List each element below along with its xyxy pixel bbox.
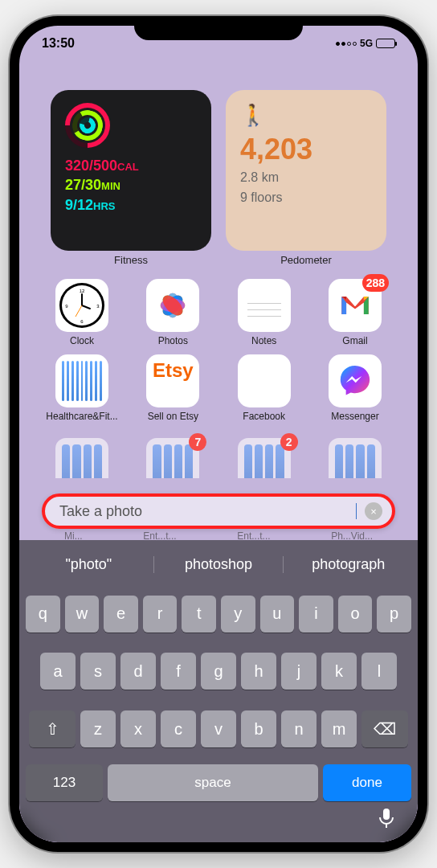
app-etsy[interactable]: Etsy Sell on Etsy	[133, 354, 213, 422]
screen: 13:50 5G 320/500CAL 27/30MIN	[19, 26, 418, 842]
folder-peek-1[interactable]	[42, 438, 122, 478]
svg-text:6: 6	[80, 319, 84, 324]
gmail-badge: 288	[362, 274, 389, 292]
peek-badge-1: 7	[189, 433, 206, 451]
status-right: 5G	[336, 38, 395, 49]
signal-dots-icon	[336, 42, 357, 46]
pedometer-widget-label: Pedometer	[280, 254, 332, 266]
svg-line-6	[76, 305, 82, 317]
key-e[interactable]: e	[104, 596, 138, 633]
key-u[interactable]: u	[260, 596, 295, 633]
key-g[interactable]: g	[201, 653, 236, 690]
fitness-cal: 320/500	[65, 158, 117, 174]
svg-text:3: 3	[96, 304, 100, 309]
pedometer-distance: 2.8 km	[240, 170, 372, 186]
etsy-icon: Etsy	[146, 354, 199, 407]
key-s[interactable]: s	[80, 653, 116, 690]
notch	[134, 16, 303, 40]
status-time: 13:50	[42, 36, 75, 51]
key-o[interactable]: o	[338, 596, 373, 633]
app-gmail[interactable]: 288 Gmail	[315, 279, 395, 346]
fitness-min: 27/30	[65, 177, 101, 193]
folder-peek-4[interactable]	[315, 438, 395, 478]
key-i[interactable]: i	[299, 596, 333, 633]
key-done[interactable]: done	[323, 764, 411, 801]
key-shift[interactable]: ⇧	[29, 710, 76, 747]
suggestion-bar: "photo" photoshop photograph	[24, 547, 413, 582]
svg-rect-15	[383, 809, 390, 820]
kb-row-3: ⇧ zxcvbnm ⌫	[26, 710, 411, 747]
app-messenger[interactable]: Messenger	[315, 354, 395, 422]
key-z[interactable]: z	[80, 710, 116, 747]
key-c[interactable]: c	[161, 710, 196, 747]
folder-healthcare[interactable]: Healthcare&Fit...	[42, 354, 122, 422]
clear-text-button[interactable]: ×	[365, 502, 382, 520]
key-more[interactable]: 123	[26, 764, 103, 801]
keyboard: "photo" photoshop photograph qwertyuiop …	[19, 540, 418, 842]
truncated-folder-labels: Mi... Ent...t... Ent...t... Ph...Vid...	[42, 529, 395, 542]
kb-row-1: qwertyuiop	[26, 596, 411, 633]
app-photos[interactable]: Photos	[133, 279, 213, 346]
activity-rings-icon	[65, 103, 110, 148]
key-y[interactable]: y	[221, 596, 255, 633]
key-d[interactable]: d	[120, 653, 156, 690]
suggestion-3[interactable]: photograph	[284, 556, 413, 573]
close-icon: ×	[370, 506, 377, 518]
fitness-widget-label: Fitness	[114, 254, 148, 266]
app-clock[interactable]: 123 69 Clock	[42, 279, 122, 346]
notes-icon	[238, 279, 291, 332]
key-w[interactable]: w	[65, 596, 100, 633]
key-m[interactable]: m	[321, 710, 357, 747]
folder-peek-3[interactable]: 2	[224, 438, 304, 478]
phone-frame: 13:50 5G 320/500CAL 27/30MIN	[10, 16, 427, 852]
app-facebook[interactable]: f Facebook	[224, 354, 304, 422]
svg-text:9: 9	[65, 304, 68, 309]
svg-line-1	[82, 305, 90, 309]
key-n[interactable]: n	[281, 710, 317, 747]
pedometer-floors: 9 floors	[240, 190, 372, 207]
key-space[interactable]: space	[108, 764, 318, 801]
rename-input[interactable]	[59, 503, 356, 520]
facebook-icon: f	[238, 354, 291, 407]
peek-badge-2: 2	[280, 433, 298, 451]
dictation-button[interactable]	[378, 808, 395, 833]
key-b[interactable]: b	[241, 710, 276, 747]
photos-icon	[146, 279, 199, 332]
key-k[interactable]: k	[321, 653, 357, 690]
key-q[interactable]: q	[26, 596, 60, 633]
key-f[interactable]: f	[161, 653, 196, 690]
suggestion-1[interactable]: "photo"	[24, 556, 154, 573]
fitness-widget[interactable]: 320/500CAL 27/30MIN 9/12HRS	[51, 90, 211, 251]
suggestion-2[interactable]: photoshop	[154, 556, 284, 573]
key-a[interactable]: a	[40, 653, 76, 690]
key-h[interactable]: h	[241, 653, 276, 690]
key-t[interactable]: t	[182, 596, 216, 633]
pedometer-widget[interactable]: 🚶 4,203 2.8 km 9 floors	[226, 90, 386, 251]
messenger-icon	[329, 354, 382, 407]
walker-icon: 🚶	[240, 103, 372, 128]
key-v[interactable]: v	[201, 710, 236, 747]
network-label: 5G	[360, 38, 373, 49]
battery-icon	[376, 39, 395, 48]
app-notes[interactable]: Notes	[224, 279, 304, 346]
key-j[interactable]: j	[281, 653, 317, 690]
mic-icon	[378, 808, 395, 829]
key-r[interactable]: r	[143, 596, 178, 633]
pedometer-steps: 4,203	[240, 133, 372, 166]
key-x[interactable]: x	[120, 710, 156, 747]
fitness-hrs: 9/12	[65, 197, 93, 213]
clock-icon: 123 69	[59, 283, 104, 328]
key-l[interactable]: l	[361, 653, 397, 690]
folder-icon	[55, 354, 108, 407]
folder-peek-2[interactable]: 7	[133, 438, 213, 478]
key-p[interactable]: p	[377, 596, 411, 633]
app-library-rename-field[interactable]: ×	[42, 493, 395, 529]
svg-text:12: 12	[80, 289, 85, 293]
kb-row-2: asdfghjkl	[26, 653, 411, 690]
key-delete[interactable]: ⌫	[361, 710, 408, 747]
